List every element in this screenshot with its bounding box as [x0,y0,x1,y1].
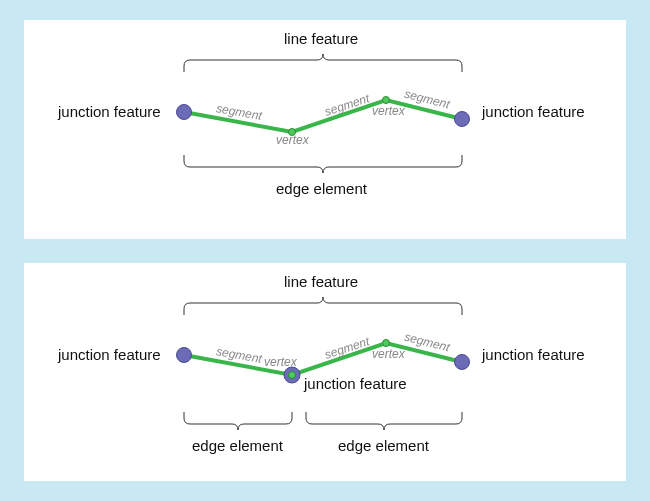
bracket-edge-element-right [306,412,462,430]
label-junction-left: junction feature [58,103,161,120]
bracket-line-feature [184,54,462,72]
label-junction-left: junction feature [58,346,161,363]
junction-right [455,112,470,127]
label-edge-element-left: edge element [192,437,283,454]
label-vertex-2: vertex [372,347,405,361]
bracket-edge-element [184,155,462,173]
junction-left [177,347,192,362]
vertex-1 [289,371,296,378]
diagram-panel-top: line feature junction feature junction f… [24,20,626,239]
label-junction-right: junction feature [482,103,585,120]
label-junction-right: junction feature [482,346,585,363]
label-vertex-1: vertex [264,355,297,369]
junction-left [177,105,192,120]
bracket-edge-element-left [184,412,292,430]
diagram-svg-top [24,20,626,238]
label-line-feature: line feature [284,30,358,47]
label-vertex-2: vertex [372,104,405,118]
junction-right [455,354,470,369]
label-vertex-1: vertex [276,133,309,147]
vertex-2 [383,339,390,346]
label-edge-element: edge element [276,180,367,197]
diagram-svg-bottom [24,263,626,481]
vertex-2 [383,97,390,104]
label-line-feature: line feature [284,273,358,290]
label-edge-element-right: edge element [338,437,429,454]
diagram-panel-bottom: line feature junction feature junction f… [24,263,626,482]
label-junction-mid: junction feature [304,375,407,392]
bracket-line-feature [184,297,462,315]
